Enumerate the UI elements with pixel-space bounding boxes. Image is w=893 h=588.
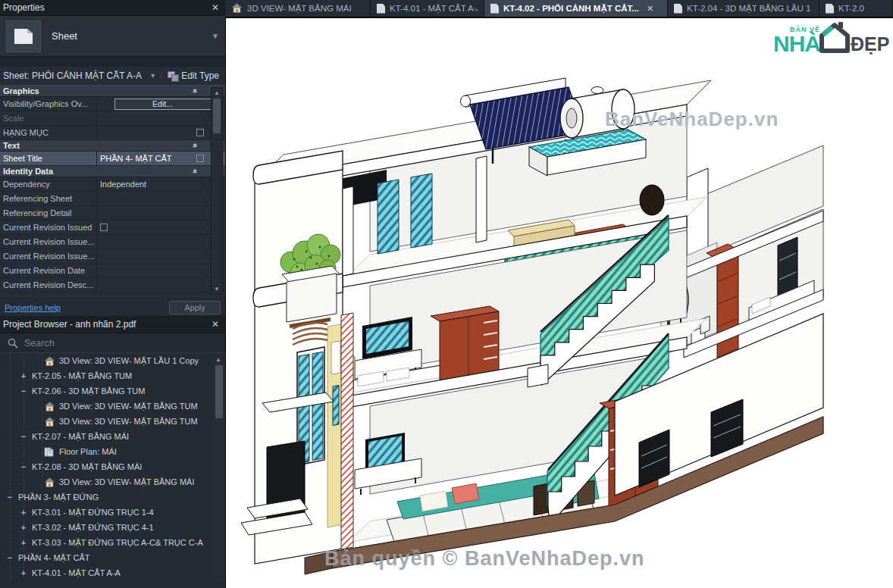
brand-logo: BẢN VẼ NHÀ ĐẸP: [773, 20, 889, 54]
expand-icon[interactable]: +: [20, 568, 27, 577]
scrollbar-thumb[interactable]: [215, 365, 223, 418]
collapse-chevron-icon[interactable]: «: [191, 169, 200, 174]
tree-item-label: PHẦN 4- MẶT CẮT: [18, 553, 90, 562]
collapse-chevron-icon[interactable]: «: [191, 143, 200, 148]
mirror: [640, 185, 664, 215]
close-icon[interactable]: ✕: [210, 319, 221, 330]
scrollbar-thumb[interactable]: [213, 99, 221, 133]
properties-help-link[interactable]: Properties help: [5, 303, 169, 312]
close-tab-icon[interactable]: ✕: [647, 4, 653, 14]
expand-icon[interactable]: +: [20, 523, 27, 532]
properties-footer: Properties help Apply: [0, 299, 225, 316]
edit-button[interactable]: Edit...: [114, 99, 212, 110]
property-row[interactable]: Current Revision Issue...: [0, 249, 225, 264]
tree-item-label: KT-2.08 - 3D MẶT BẰNG MÁI: [32, 462, 142, 471]
view-tab-bar: 3D VIEW- MẶT BẰNG MÁIKT-4.01 - MẶT CẮT A…: [225, 0, 893, 17]
instance-selector[interactable]: Sheet: PHỐI CẢNH MẶT CẮT A-A ▼ Edit Type: [0, 67, 225, 86]
3d-viewport[interactable]: BanVeNhaDep.vn Bản quyền © BanVeNhaDep.v…: [225, 17, 893, 588]
collapse-icon[interactable]: −: [20, 432, 27, 441]
property-value[interactable]: [97, 224, 225, 231]
view-tab[interactable]: KT-2.04 - 3D MẶT BẰNG LẦU 1: [668, 0, 819, 17]
tree-item[interactable]: Floor Plan: MÁI: [0, 444, 225, 459]
chevron-down-icon[interactable]: ▼: [212, 32, 219, 40]
tree-item[interactable]: +KT-2.05 - MẶT BẰNG TUM: [0, 368, 225, 383]
sheet-icon: [377, 4, 385, 14]
tree-scrollbar[interactable]: ▲: [213, 355, 224, 582]
tree-item-label: 3D View: 3D VIEW- MẶT BẰNG TUM: [59, 417, 198, 426]
properties-titlebar: Properties ✕: [0, 0, 225, 16]
glass-door: [312, 352, 323, 460]
property-value[interactable]: PHẦN 4- MẶT CẮT: [97, 154, 225, 163]
property-row[interactable]: Sheet TitlePHẦN 4- MẶT CẮT: [0, 152, 225, 166]
view-tab[interactable]: KT-4.01 - MẶT CẮT A-A: [371, 0, 484, 17]
tree-item[interactable]: −PHẦN 4- MẶT CẮT: [0, 550, 225, 565]
property-row[interactable]: Current Revision Desc...: [0, 278, 225, 292]
checkbox[interactable]: [100, 224, 108, 231]
expand-icon[interactable]: +: [20, 371, 27, 380]
tree-item[interactable]: +KT-3.01 - MẶT ĐỨNG TRỤC 1-4: [0, 505, 225, 520]
property-section-header[interactable]: Text«: [0, 140, 225, 152]
close-icon[interactable]: ✕: [210, 2, 221, 13]
tree-item-label: KT-2.07 - MẶT BẰNG MÁI: [32, 432, 129, 441]
property-row[interactable]: Current Revision Issue...: [0, 235, 225, 249]
view-tab[interactable]: KT-2.0: [819, 0, 893, 17]
tree-item[interactable]: +KT-4.01 - MẶT CẮT A-A: [0, 565, 225, 580]
property-value[interactable]: Edit...: [97, 98, 225, 111]
collapse-icon[interactable]: −: [6, 493, 14, 502]
associate-checkbox[interactable]: [196, 155, 204, 162]
property-row[interactable]: Current Revision Issued: [0, 220, 225, 235]
property-row[interactable]: Visibility/Graphics Ov...Edit...: [0, 97, 225, 111]
collapse-icon[interactable]: −: [6, 553, 14, 562]
tree-item-label: KT-4.01 - MẶT CẮT A-A: [32, 568, 121, 577]
type-selector[interactable]: Sheet ▼: [0, 16, 225, 57]
property-row[interactable]: Referencing Sheet: [0, 192, 225, 206]
collapse-icon[interactable]: −: [20, 386, 27, 396]
sheet-icon: [674, 4, 682, 14]
property-section-header[interactable]: Graphics«: [0, 86, 225, 97]
tab-label: KT-4.02 - PHỐI CẢNH MẶT CẮT...: [503, 4, 639, 13]
property-section-header[interactable]: Identity Data«: [0, 166, 225, 177]
view-tab[interactable]: KT-4.02 - PHỐI CẢNH MẶT CẮT...✕: [484, 0, 668, 17]
tree-item[interactable]: 3D View: 3D VIEW- MẶT BẰNG TUM: [0, 414, 225, 429]
house-3d-view-icon: [44, 477, 55, 487]
app-window: Properties ✕ Sheet ▼ Sheet: PHỐI CẢNH MẶ…: [0, 0, 893, 588]
tree-item[interactable]: −PHẦN 3- MẶT ĐỨNG: [0, 489, 225, 505]
expand-icon[interactable]: +: [20, 508, 27, 517]
tree-item[interactable]: +KT-3.03 - MẶT ĐỨNG TRỤC A-C& TRỤC C-A: [0, 535, 225, 550]
tree-item[interactable]: −KT-2.07 - MẶT BẰNG MÁI: [0, 429, 225, 444]
tree-item[interactable]: 3D View: 3D VIEW- MẶT LẦU 1 Copy: [0, 353, 225, 368]
tree-item[interactable]: +KT-3.02 - MẶT ĐỨNG TRỤC 4-1: [0, 520, 225, 535]
tree-item[interactable]: −KT-2.06 - 3D MẶT BẰNG TUM: [0, 383, 225, 399]
view-tab[interactable]: 3D VIEW- MẶT BẰNG MÁI: [225, 0, 371, 17]
collapse-icon[interactable]: −: [20, 462, 27, 471]
house-icon: [231, 3, 243, 14]
search-input[interactable]: [24, 338, 176, 349]
scroll-down-icon[interactable]: ▼: [212, 284, 222, 294]
property-label: Visibility/Graphics Ov...: [0, 97, 97, 111]
type-selector-label: Sheet: [52, 30, 212, 42]
properties-title: Properties: [3, 2, 210, 13]
collapse-chevron-icon[interactable]: «: [191, 89, 200, 93]
scroll-up-icon[interactable]: ▲: [213, 355, 224, 364]
tree-item[interactable]: 3D View: 3D VIEW- MẶT BẰNG TUM: [0, 399, 225, 414]
property-row[interactable]: DependencyIndependent: [0, 177, 225, 192]
chevron-down-icon[interactable]: ▼: [145, 72, 161, 80]
property-row[interactable]: Referencing Detail: [0, 206, 225, 220]
search-icon: [8, 338, 18, 349]
tree-item[interactable]: −KT-2.08 - 3D MẶT BẰNG MÁI: [0, 459, 225, 474]
properties-scrollbar[interactable]: ▲ ▼: [211, 87, 223, 295]
property-row[interactable]: Current Revision Date: [0, 264, 225, 278]
house-logo-icon: [816, 20, 854, 54]
apply-button[interactable]: Apply: [169, 301, 221, 314]
associate-checkbox[interactable]: [196, 129, 204, 136]
scroll-up-icon[interactable]: ▲: [212, 88, 222, 98]
property-row: [0, 292, 225, 299]
tree-item[interactable]: 3D View: 3D VIEW- MẶT BẰNG MÁI: [0, 474, 225, 489]
property-value[interactable]: Independent: [97, 180, 225, 189]
expand-icon[interactable]: +: [20, 538, 27, 547]
property-row[interactable]: HẠNG MỤC: [0, 126, 225, 140]
tab-label: KT-2.04 - 3D MẶT BẰNG LẦU 1: [687, 4, 810, 13]
tree-item-label: 3D View: 3D VIEW- MẶT LẦU 1 Copy: [59, 356, 199, 365]
edit-type-button[interactable]: Edit Type: [161, 70, 225, 81]
property-row[interactable]: Scale: [0, 111, 225, 126]
